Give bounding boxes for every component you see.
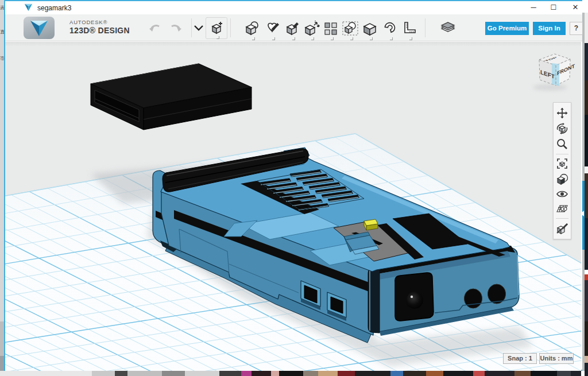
orbit-button[interactable] (555, 122, 569, 135)
brand-logo-tile[interactable] (24, 17, 55, 39)
grid-button[interactable] (555, 201, 569, 215)
measure-tool-button[interactable] (401, 20, 418, 37)
primitives-button[interactable] (208, 20, 225, 37)
pan-button[interactable] (555, 106, 569, 120)
modify-tool-button[interactable] (303, 20, 320, 37)
nav-toolbar (553, 102, 571, 239)
viewport-3d[interactable]: TOP LEFT FRONT (5, 42, 581, 371)
text-tool-button[interactable] (439, 20, 457, 37)
scene-svg: TOP LEFT FRONT (5, 42, 581, 371)
help-button[interactable]: ? (570, 22, 583, 35)
sketch-tool-button[interactable] (264, 20, 281, 37)
background-glyph: 真 (0, 29, 4, 34)
minimize-button[interactable]: ─ (524, 1, 543, 14)
background-window-bottom-sliver (0, 371, 588, 376)
power-button[interactable] (364, 219, 378, 230)
menu-caret-icon[interactable] (192, 21, 205, 34)
main-toolbar: AUTODESK® 123D® DESIGN (5, 14, 582, 41)
close-button[interactable]: ✕ (566, 1, 585, 14)
grouping-tool-button[interactable] (342, 20, 359, 37)
window-title: segamark3 (37, 4, 71, 12)
snap-tool-button[interactable] (381, 20, 399, 37)
maximize-button[interactable]: ☐ (544, 1, 563, 14)
app-logo-icon (24, 3, 33, 11)
visibility-button[interactable] (555, 187, 569, 201)
transform-tool-button[interactable] (243, 20, 261, 37)
desktop: 表 真 页 segamark3 ─ ☐ ✕ (0, 0, 588, 376)
construct-tool-button[interactable] (284, 20, 301, 37)
background-glyph: 表 (0, 5, 4, 10)
combine-tool-button[interactable] (361, 20, 378, 37)
brand-product: 123D® DESIGN (69, 26, 130, 35)
background-window-left-sliver: 表 真 页 (0, 0, 4, 376)
cartridge-model[interactable] (91, 64, 252, 130)
go-premium-button[interactable]: Go Premium (485, 22, 529, 35)
titlebar: segamark3 ─ ☐ ✕ (5, 1, 582, 14)
undo-button[interactable] (147, 20, 164, 37)
units-setting[interactable]: Units : mm (539, 353, 574, 364)
fit-button[interactable] (555, 157, 569, 170)
sign-in-button[interactable]: Sign In (533, 22, 566, 35)
app-window: segamark3 ─ ☐ ✕ AUTODESK® 123D® DESIGN (4, 0, 582, 371)
snap-setting[interactable]: Snap : 1 (503, 353, 537, 364)
material-button[interactable] (555, 172, 569, 186)
hide-sketches-button[interactable] (555, 222, 569, 235)
brand-company: AUTODESK® (69, 19, 130, 25)
123d-logo-icon (29, 20, 49, 37)
background-glyph: 页 (0, 55, 4, 60)
pattern-tool-button[interactable] (322, 20, 339, 37)
redo-button[interactable] (167, 20, 184, 37)
zoom-button[interactable] (555, 137, 569, 151)
brand-text: AUTODESK® 123D® DESIGN (69, 19, 130, 35)
viewcube[interactable]: TOP LEFT FRONT (533, 54, 575, 91)
